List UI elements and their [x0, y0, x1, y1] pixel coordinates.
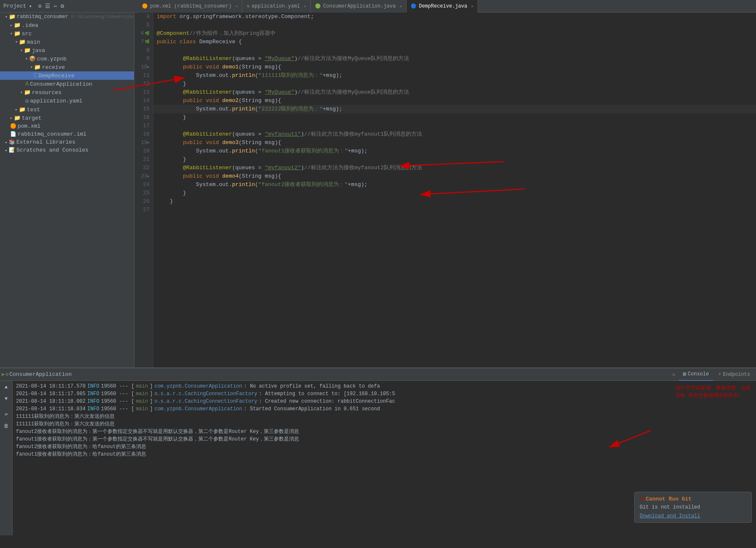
- tree-item-scratches-label: Scratches and Consoles: [16, 147, 89, 153]
- tab-console[interactable]: ▤ Console: [679, 368, 713, 381]
- tree-item-resources[interactable]: ▾ 📁 resources: [0, 88, 134, 97]
- code-editor[interactable]: 4 5 6 🌿 7 🌿 8 9 10 ▶ 11 12 13 14 15 16 1…: [134, 13, 756, 367]
- idea-folder-icon: 📁: [14, 22, 21, 29]
- endpoints-icon: ⚡: [718, 371, 721, 378]
- tree-item-package-label: com.yzpnb: [37, 56, 66, 62]
- ln-6: 6 🌿: [134, 29, 153, 38]
- java-folder-icon: 📁: [24, 47, 31, 54]
- code-line-20: System.out.println("fanout1接收者获取到的消息为："+…: [153, 147, 756, 155]
- locate-icon[interactable]: ⊙: [38, 3, 41, 10]
- test-expand-icon: ▸: [15, 107, 18, 112]
- ln-9: 9: [134, 55, 153, 63]
- git-notification-header: ⊘ Cannot Run Git: [640, 496, 746, 503]
- list-icon[interactable]: ☰: [45, 3, 50, 10]
- run-icon: ▶: [2, 371, 5, 378]
- tree-item-iml[interactable]: 📄 rabbitmq_consumer.iml: [0, 130, 134, 138]
- tree-item-java[interactable]: ▾ 📁 java: [0, 46, 134, 55]
- tab-pom-label: pom.xml (rabbitmq_consumer): [150, 3, 231, 9]
- run-title: ConsumerApplication: [9, 371, 71, 378]
- code-line-12: }: [153, 80, 756, 88]
- tab-consumer-label: ConsumerApplication.java: [323, 3, 396, 9]
- tab-demp-label: DempReceive.java: [419, 3, 467, 9]
- tree-item-root[interactable]: ▾ 📁 rabbitmq_consumer D:\biancheng\IdeaP…: [0, 13, 134, 21]
- test-folder-icon: 📁: [19, 106, 26, 113]
- tree-item-package[interactable]: ▾ 📦 com.yzpnb: [0, 55, 134, 63]
- receive-expand-icon: ▾: [30, 65, 33, 70]
- code-line-19: public void demo3(String msg){: [153, 139, 756, 147]
- ln-22: 22: [134, 164, 153, 172]
- ln-8: 8: [134, 46, 153, 55]
- console-output[interactable]: 2021-08-14 18:11:17.570 INFO 19560 --- […: [13, 381, 672, 535]
- line-numbers: 4 5 6 🌿 7 🌿 8 9 10 ▶ 11 12 13 14 15 16 1…: [134, 13, 153, 367]
- code-line-7: public class DempReceive {: [153, 38, 756, 46]
- ln-5: 5: [134, 21, 153, 29]
- src-folder-icon: 📁: [14, 30, 21, 37]
- tab-application-close[interactable]: ✕: [304, 4, 306, 9]
- console-icon: ▤: [683, 371, 686, 377]
- download-install-link[interactable]: Download and Install: [640, 513, 700, 519]
- tab-demp-close[interactable]: ✕: [471, 4, 473, 9]
- tab-consumer-close[interactable]: ✕: [399, 4, 402, 9]
- code-line-9: @RabbitListener(queues = "MyQueue")//标注此…: [153, 55, 756, 63]
- code-line-25: }: [153, 189, 756, 197]
- tab-application[interactable]: ⚙ application.yaml ✕: [242, 0, 311, 13]
- resources-expand-icon: ▾: [20, 90, 23, 95]
- tree-item-extlib[interactable]: ▸ 📚 External Libraries: [0, 138, 134, 146]
- collapse-icon[interactable]: ⇐: [54, 3, 57, 10]
- code-line-26: }: [153, 197, 756, 206]
- iml-icon: 📄: [10, 131, 16, 137]
- code-line-21: }: [153, 155, 756, 164]
- project-section: Project ▾ ⊙ ☰ ⇐ ⚙: [3, 3, 138, 10]
- log-line-2: 2021-08-14 18:11:17.985 INFO 19560 --- […: [16, 390, 669, 398]
- code-line-13: @RabbitListener(queues = "MyQueue")//标注此…: [153, 88, 756, 97]
- ln-17: 17: [134, 122, 153, 130]
- clear-btn[interactable]: 🗑: [2, 421, 11, 430]
- pom-icon: 🟠: [10, 123, 16, 129]
- code-line-14: public void demo2(String msg){: [153, 97, 756, 105]
- log-line-10: fanout1接收者获取到的消息为：给fanout的第三条消息: [16, 451, 669, 458]
- ln-15: 15: [134, 105, 153, 113]
- tree-item-consumerapplication[interactable]: A ConsumerApplication: [0, 80, 134, 88]
- tree-item-src-label: src: [22, 31, 32, 37]
- git-notification-title: Cannot Run Git: [646, 496, 691, 502]
- project-label[interactable]: Project: [3, 3, 26, 9]
- tree-item-test[interactable]: ▸ 📁 test: [0, 105, 134, 114]
- settings-icon[interactable]: ⚙: [60, 3, 64, 10]
- tab-consumer-icon: 🟢: [315, 3, 321, 9]
- tab-pom-close[interactable]: ✕: [235, 4, 238, 9]
- log-line-6: 111111获取到的消息为：第六次发送的信息: [16, 420, 669, 428]
- wrap-btn[interactable]: ⇌: [2, 409, 11, 419]
- ln-12: 12: [134, 80, 153, 88]
- tab-consumer[interactable]: 🟢 ConsumerApplication.java ✕: [311, 0, 407, 13]
- log-line-5: 111111获取到的消息为：第六次发送的信息: [16, 413, 669, 420]
- tree-item-dempreceive[interactable]: C DempReceive: [0, 71, 134, 80]
- tree-item-scratches[interactable]: ▸ 📝 Scratches and Consoles: [0, 146, 134, 154]
- scroll-up-btn[interactable]: ▲: [2, 383, 11, 392]
- ln-20: 20: [134, 147, 153, 155]
- tree-item-receive[interactable]: ▾ 📁 receive: [0, 63, 134, 71]
- run-close-btn[interactable]: ✕: [669, 371, 678, 378]
- log-line-8: fanout1接收者获取到的消息为：第一个参数指定交换器不写就是用默认交换器，第…: [16, 435, 669, 443]
- code-line-11: System.out.println("111111取到的消息为："+msg);: [153, 71, 756, 80]
- tab-demp[interactable]: 🔵 DempReceive.java ✕: [407, 0, 478, 13]
- ln-10: 10 ▶: [134, 63, 153, 71]
- tab-pom[interactable]: 🟠 pom.xml (rabbitmq_consumer) ✕: [138, 0, 242, 13]
- tree-item-target[interactable]: ▸ 📁 target: [0, 114, 134, 122]
- ln-19: 19 ▶: [134, 139, 153, 147]
- scratches-icon: 📝: [9, 147, 15, 153]
- code-line-16: }: [153, 113, 756, 122]
- tree-item-pomxml[interactable]: 🟠 pom.xml: [0, 122, 134, 130]
- scroll-down-btn[interactable]: ▼: [2, 394, 11, 404]
- kw: import: [157, 13, 180, 21]
- tree-item-appyaml-label: application.yaml: [30, 98, 82, 104]
- tab-endpoints[interactable]: ⚡ Endpoints: [714, 368, 754, 381]
- tree-item-appyaml[interactable]: ⚙ application.yaml: [0, 97, 134, 105]
- code-line-17: [153, 122, 756, 130]
- tree-item-src[interactable]: ▾ 📁 src: [0, 29, 134, 38]
- code-content[interactable]: import org.springframework.stereotype.Co…: [153, 13, 756, 367]
- ln-18: 18: [134, 130, 153, 139]
- ln-23: 23 ▶: [134, 172, 153, 181]
- tree-item-idea[interactable]: ▸ 📁 .idea: [0, 21, 134, 29]
- tree-item-main[interactable]: ▾ 📁 main: [0, 38, 134, 46]
- ln-7: 7 🌿: [134, 38, 153, 46]
